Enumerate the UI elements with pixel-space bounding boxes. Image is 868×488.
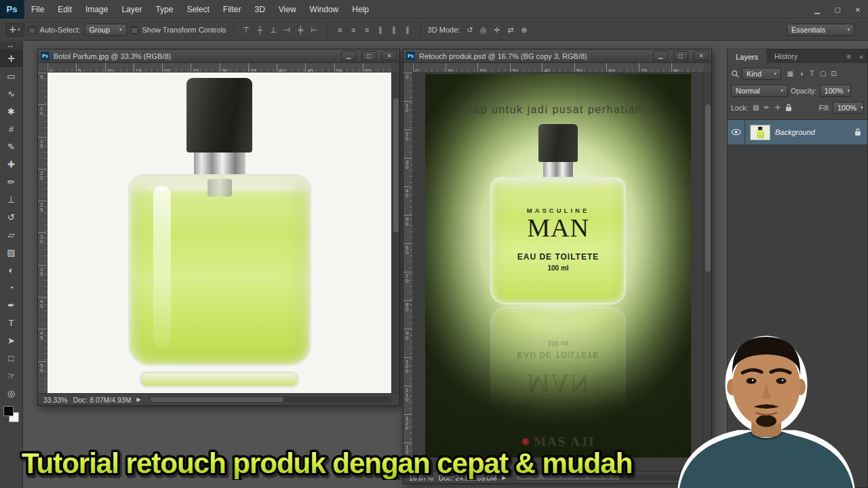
- align-top-edges-icon[interactable]: ⊤: [241, 24, 252, 36]
- auto-select-checkbox[interactable]: [28, 26, 36, 34]
- show-transform-controls-checkbox[interactable]: [131, 26, 138, 34]
- 3d-rotate-camera-icon[interactable]: ↺: [464, 24, 475, 36]
- menu-edit[interactable]: Edit: [51, 0, 79, 19]
- menu-help[interactable]: Help: [345, 0, 376, 19]
- align-horizontal-centers-icon[interactable]: ╪: [295, 24, 307, 36]
- filter-adjustment-layers-icon[interactable]: ◑: [796, 68, 806, 79]
- document-titlebar[interactable]: Ps Botol Parfum.jpg @ 33.3% (RGB/8) ▁ ▢ …: [38, 49, 399, 63]
- layer-visibility-toggle[interactable]: [728, 120, 745, 144]
- lock-position-icon[interactable]: ✛: [772, 102, 783, 113]
- doc-restore-button[interactable]: ▢: [673, 51, 688, 61]
- 3d-pan-camera-icon[interactable]: ✛: [491, 24, 502, 36]
- align-bottom-edges-icon[interactable]: ⊥: [268, 24, 279, 36]
- workspace-switcher-dropdown[interactable]: Essentials ▾: [787, 24, 854, 36]
- ruler-mark: 5 0: [403, 215, 412, 243]
- current-tool-preset[interactable]: ✛ ▾: [5, 23, 24, 37]
- path-selection-tool[interactable]: ➤: [0, 331, 22, 349]
- close-button[interactable]: ✕: [848, 0, 868, 19]
- lasso-tool[interactable]: ∿: [0, 85, 22, 102]
- history-brush-tool[interactable]: ↺: [0, 208, 22, 226]
- menu-window[interactable]: Window: [303, 0, 346, 19]
- document-titlebar[interactable]: Ps Retouch produk.psd @ 16.7% (BG copy 3…: [403, 49, 711, 63]
- status-menu-arrow-icon[interactable]: ▶: [136, 396, 140, 403]
- canvas-viewport[interactable]: [47, 73, 391, 393]
- panel-menu-icon[interactable]: ≡: [843, 49, 855, 63]
- menu-select[interactable]: Select: [180, 0, 216, 19]
- gradient-tool[interactable]: ▨: [0, 243, 22, 261]
- bottle-body: MASCULINE MAN EAU DE TOILTETE 100 ml: [490, 307, 626, 434]
- horizontal-scrollbar[interactable]: [149, 396, 391, 403]
- rectangular-marquee-tool[interactable]: ▭: [0, 67, 22, 85]
- minimize-button[interactable]: ▁: [807, 0, 827, 19]
- doc-close-button[interactable]: ✕: [694, 51, 709, 61]
- eraser-tool[interactable]: ▱: [0, 226, 22, 243]
- scrollbar-thumb[interactable]: [705, 104, 711, 272]
- lock-image-pixels-icon[interactable]: ✏: [762, 102, 772, 113]
- 3d-zoom-camera-icon[interactable]: ⊕: [518, 24, 530, 36]
- zoom-tool[interactable]: ◎: [0, 384, 22, 402]
- filter-type-layers-icon[interactable]: T: [807, 68, 817, 79]
- canvas-viewport[interactable]: Siap untuk jadi pusat perhatian... MASCU…: [413, 73, 703, 471]
- filter-pixel-layers-icon[interactable]: ▦: [785, 68, 795, 79]
- tab-layers[interactable]: Layers: [728, 49, 766, 63]
- distribute-horizontal-centers-icon[interactable]: ∥: [389, 24, 400, 36]
- menu-type[interactable]: Type: [149, 0, 180, 19]
- ruler-mark: 5 0: [38, 361, 47, 393]
- brush-tool[interactable]: ✏: [0, 173, 22, 190]
- layer-name[interactable]: Background: [775, 128, 854, 136]
- doc-minimize-button[interactable]: ▁: [653, 51, 668, 61]
- quick-selection-tool[interactable]: ✱: [0, 102, 22, 120]
- layer-filter-kind-dropdown[interactable]: Kind ▾: [742, 68, 781, 80]
- distribute-right-edges-icon[interactable]: ∥: [402, 24, 414, 36]
- doc-restore-button[interactable]: ▢: [361, 51, 376, 61]
- opacity-field[interactable]: 100% ▾: [820, 85, 851, 97]
- toolbar-collapse-icon[interactable]: ▸▸: [0, 41, 22, 49]
- rectangle-tool[interactable]: □: [0, 349, 22, 367]
- menu-image[interactable]: Image: [79, 0, 115, 19]
- restore-button[interactable]: ▢: [827, 0, 848, 19]
- 3d-roll-camera-icon[interactable]: ◎: [477, 24, 489, 36]
- filter-shape-layers-icon[interactable]: ▢: [818, 68, 828, 79]
- lock-all-icon[interactable]: [785, 104, 792, 112]
- crop-tool[interactable]: #: [0, 120, 22, 138]
- blur-tool[interactable]: ◐: [0, 261, 22, 279]
- pen-tool[interactable]: ✒: [0, 296, 22, 314]
- menu-3d[interactable]: 3D: [248, 0, 271, 19]
- horizontal-type-tool[interactable]: T: [0, 314, 22, 331]
- hand-tool[interactable]: ☞: [0, 367, 22, 384]
- fill-field[interactable]: 100% ▾: [833, 102, 864, 114]
- layer-row-background[interactable]: Background: [728, 120, 867, 144]
- distribute-top-edges-icon[interactable]: ≡: [334, 24, 346, 36]
- tab-history[interactable]: History: [766, 49, 806, 63]
- distribute-vertical-centers-icon[interactable]: ≡: [348, 24, 359, 36]
- doc-close-button[interactable]: ✕: [382, 51, 397, 61]
- 3d-slide-camera-icon[interactable]: ⇄: [505, 24, 516, 36]
- distribute-bottom-edges-icon[interactable]: ≡: [361, 24, 373, 36]
- align-vertical-centers-icon[interactable]: ┼: [254, 24, 266, 36]
- auto-select-group-dropdown[interactable]: Group ▾: [85, 24, 127, 36]
- menu-view[interactable]: View: [272, 0, 303, 19]
- clone-stamp-tool[interactable]: ⊥: [0, 190, 22, 208]
- spot-healing-brush-tool[interactable]: ✚: [0, 155, 22, 173]
- ruler-mark: 3 0: [38, 232, 47, 264]
- distribute-left-edges-icon[interactable]: ∥: [375, 24, 387, 36]
- lock-transparent-pixels-icon[interactable]: ▨: [751, 102, 761, 113]
- menu-file[interactable]: File: [24, 0, 51, 19]
- zoom-level[interactable]: 33.33%: [43, 396, 68, 404]
- scrollbar-thumb[interactable]: [151, 397, 284, 402]
- vertical-scrollbar[interactable]: [391, 73, 399, 393]
- blend-mode-dropdown[interactable]: Normal ▾: [731, 85, 788, 97]
- layer-thumbnail[interactable]: [750, 125, 770, 140]
- scrollbar-thumb[interactable]: [393, 98, 399, 233]
- filter-smart-objects-icon[interactable]: ⊡: [829, 68, 839, 79]
- eyedropper-tool[interactable]: ✎: [0, 138, 22, 155]
- foreground-color-swatch[interactable]: [3, 406, 14, 416]
- align-right-edges-icon[interactable]: ⊢: [309, 24, 320, 36]
- doc-minimize-button[interactable]: ▁: [341, 51, 356, 61]
- dodge-tool[interactable]: ◔: [0, 279, 22, 296]
- collapse-dock-icon[interactable]: «: [855, 49, 867, 63]
- align-left-edges-icon[interactable]: ⊣: [281, 24, 293, 36]
- move-tool[interactable]: ✛: [0, 49, 22, 67]
- menu-layer[interactable]: Layer: [115, 0, 149, 19]
- menu-filter[interactable]: Filter: [216, 0, 248, 19]
